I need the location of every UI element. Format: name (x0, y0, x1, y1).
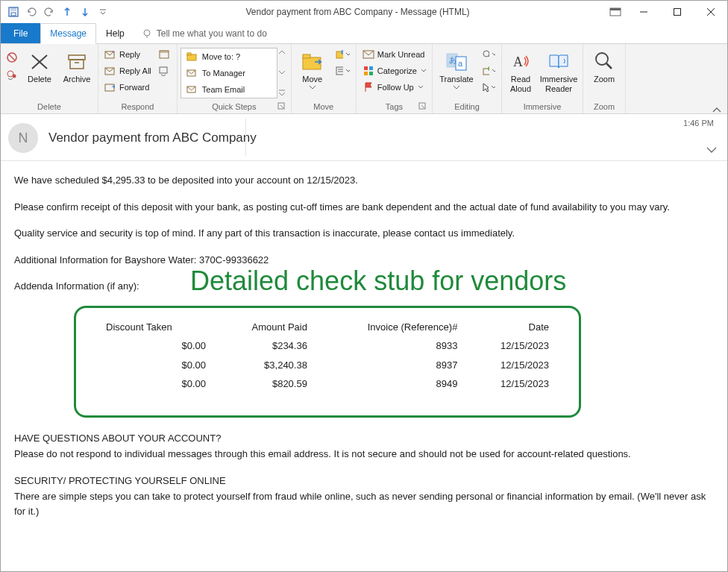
qs-move-to[interactable]: Move to: ? (181, 48, 277, 65)
svg-line-55 (606, 63, 612, 69)
svg-rect-22 (105, 84, 114, 91)
categorize-button[interactable]: Categorize (360, 63, 429, 79)
more-respond-button[interactable] (156, 63, 174, 79)
qs-more[interactable] (277, 88, 286, 97)
svg-line-50 (489, 56, 489, 59)
follow-up-button[interactable]: Follow Up (360, 79, 429, 95)
svg-point-9 (144, 30, 150, 36)
svg-point-49 (483, 51, 489, 57)
close-button[interactable] (694, 1, 727, 23)
svg-point-52 (488, 66, 489, 71)
select-button[interactable] (479, 79, 498, 95)
qs-scroll-down[interactable] (277, 68, 286, 77)
mark-unread-button[interactable]: Mark Unread (360, 46, 429, 63)
svg-rect-27 (187, 53, 191, 55)
svg-text:A: A (513, 54, 523, 69)
prev-item-button[interactable] (59, 4, 75, 20)
table-row: $0.00 $3,240.38 8937 12/15/2023 (98, 356, 556, 374)
maximize-button[interactable] (660, 1, 694, 23)
move-button[interactable]: Move (295, 46, 330, 89)
qs-scroll-up[interactable] (277, 48, 286, 57)
window-title: Vendor payment from ABC Company - Messag… (111, 7, 604, 17)
delete-button[interactable]: Delete (22, 46, 57, 84)
message-body: We have scheduled $4,295.33 to be deposi… (1, 161, 727, 542)
redo-button[interactable] (41, 4, 57, 20)
ribbon-display-icon[interactable] (604, 1, 627, 23)
archive-button[interactable]: Archive (59, 46, 95, 84)
qs-to-manager[interactable]: To Manager (181, 65, 277, 81)
collapse-ribbon-button[interactable] (706, 44, 727, 113)
tab-file[interactable]: File (1, 23, 40, 43)
svg-text:a: a (458, 59, 463, 68)
move-folder-icon (301, 49, 324, 73)
reply-button[interactable]: Reply (101, 46, 154, 63)
read-aloud-icon: A (509, 49, 533, 73)
forward-button[interactable]: Forward (101, 79, 154, 95)
svg-rect-25 (160, 67, 167, 73)
group-zoom: Zoom Zoom (583, 44, 626, 113)
group-delete: Delete Archive Delete (1, 44, 98, 113)
tell-me-search[interactable]: Tell me what you want to do (134, 23, 274, 43)
group-label-immersive: Immersive (505, 101, 580, 113)
group-editing: あa Translate Editing (433, 44, 502, 113)
group-label-delete: Delete (4, 101, 95, 113)
quick-access-toolbar (1, 4, 111, 20)
tab-help[interactable]: Help (96, 23, 134, 43)
immersive-reader-button[interactable]: Immersive Reader (538, 46, 580, 94)
svg-rect-6 (674, 9, 680, 16)
related-button[interactable] (479, 63, 498, 79)
body-paragraph: There are simple steps you can take to p… (14, 489, 714, 518)
col-header: Invoice (Reference)# (316, 318, 465, 336)
meeting-button[interactable] (156, 46, 174, 63)
qs-team-email[interactable]: Team Email (181, 81, 277, 98)
minimize-button[interactable] (627, 1, 660, 23)
col-header: Discount Taken (98, 318, 213, 336)
window-controls (627, 1, 727, 23)
group-respond: Reply Reply All Forward Respond (98, 44, 178, 113)
next-item-button[interactable] (77, 4, 93, 20)
svg-rect-40 (364, 66, 368, 70)
reply-icon (104, 48, 116, 60)
translate-button[interactable]: あa Translate (436, 46, 477, 89)
lightbulb-icon (142, 28, 152, 39)
message-timestamp: 1:46 PM (683, 119, 714, 128)
tab-message[interactable]: Message (40, 23, 96, 44)
quick-steps-scroll (277, 46, 288, 98)
svg-rect-24 (160, 51, 169, 53)
ignore-button[interactable] (4, 49, 20, 66)
svg-rect-4 (610, 8, 621, 10)
ribbon: Delete Archive Delete Reply Reply All Fo… (1, 44, 727, 114)
save-button[interactable] (5, 4, 22, 20)
group-label-move: Move (295, 101, 353, 113)
section-heading: SECURITY/ PROTECTING YOURSELF ONLINE (14, 474, 714, 488)
annotation-label: Detailed check stub for vendors (190, 261, 566, 301)
group-label-respond: Respond (101, 101, 174, 113)
forward-icon (104, 81, 116, 93)
to-manager-icon (186, 67, 198, 79)
undo-button[interactable] (23, 4, 40, 20)
body-paragraph: Please do not respond to individual mess… (14, 447, 714, 462)
svg-rect-17 (69, 55, 85, 60)
group-label-editing: Editing (436, 101, 498, 113)
check-stub-box: Discount Taken Amount Paid Invoice (Refe… (74, 306, 581, 418)
expand-header-button[interactable] (706, 147, 717, 153)
delete-icon (28, 49, 51, 73)
check-stub-table: Discount Taken Amount Paid Invoice (Refe… (97, 317, 558, 395)
qat-customize-button[interactable] (95, 4, 111, 20)
read-aloud-button[interactable]: A Read Aloud (505, 46, 536, 94)
svg-rect-42 (364, 72, 368, 75)
rules-button[interactable] (332, 46, 353, 63)
junk-button[interactable] (4, 66, 20, 82)
header-divider (245, 119, 246, 156)
zoom-button[interactable]: Zoom (586, 46, 622, 84)
svg-rect-41 (369, 66, 373, 70)
tags-launcher[interactable] (418, 102, 427, 111)
folder-move-icon (186, 51, 198, 63)
reply-all-button[interactable]: Reply All (101, 63, 154, 79)
quick-steps-launcher[interactable] (277, 102, 286, 111)
svg-rect-2 (11, 13, 16, 16)
find-button[interactable] (479, 46, 498, 63)
actions-button[interactable] (332, 63, 353, 79)
group-label-tags: Tags (360, 101, 429, 113)
table-row: $0.00 $820.59 8949 12/15/2023 (98, 375, 556, 393)
